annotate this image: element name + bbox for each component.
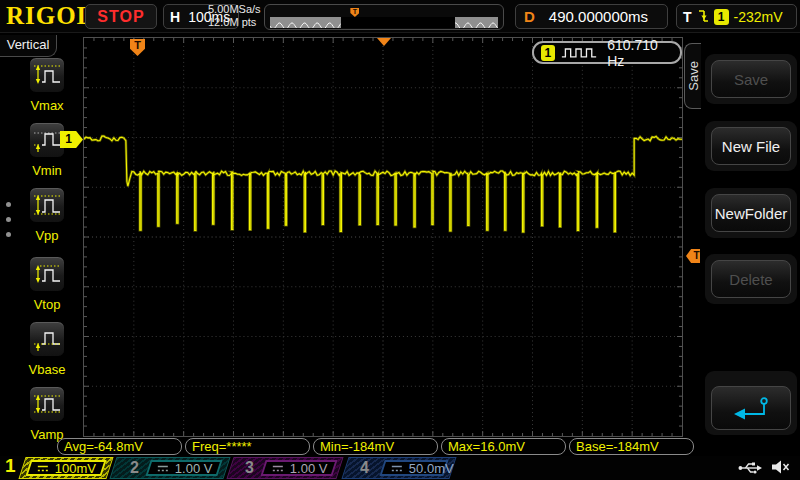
- ch2-scale: 1.00 V: [175, 461, 213, 476]
- vamp-icon: [32, 391, 62, 417]
- vmin-icon: [32, 127, 62, 153]
- measure-item-vtop[interactable]: [29, 256, 65, 292]
- system-status-icons: [738, 459, 790, 475]
- channel-3-status[interactable]: 3 1.00 V: [226, 457, 343, 479]
- measurement-freq: Freq=*****: [185, 438, 310, 455]
- freq-counter-channel-badge: 1: [541, 45, 555, 61]
- vmax-icon: [32, 62, 62, 88]
- measurement-max: Max=16.0mV: [441, 438, 566, 455]
- run-stop-status[interactable]: STOP: [85, 4, 157, 29]
- acquisition-info: 5.00MSa/s 12.0M pts: [208, 3, 268, 29]
- dc-coupling-icon: [272, 464, 284, 473]
- delay-value: 490.000000ms: [549, 8, 648, 25]
- top-status-bar: RIGOL STOP H 100ms 5.00MSa/s 12.0M pts T…: [0, 0, 800, 33]
- ch4-scale: 50.0mV: [409, 461, 454, 476]
- vtop-icon: [32, 261, 62, 287]
- vpp-icon: [32, 192, 62, 218]
- save-menu-panel: Save Save New File NewFolder Delete: [700, 33, 800, 456]
- dc-coupling-icon: [37, 464, 49, 473]
- brand-logo: RIGOL: [6, 2, 94, 30]
- trigger-label: T: [683, 9, 692, 25]
- trigger-delay-box[interactable]: D 490.000000ms: [515, 4, 668, 29]
- measurement-base: Base=-184mV: [569, 438, 694, 455]
- page-dot: [6, 217, 11, 222]
- preview-screen-window: [341, 17, 455, 28]
- ch2-scale-box: 1.00 V: [145, 460, 222, 476]
- memory-depth: 12.0M pts: [208, 16, 268, 29]
- measure-label-vmin: Vmin: [24, 163, 70, 178]
- new-file-button[interactable]: New File: [711, 127, 791, 165]
- measure-menu-title: Vertical: [0, 35, 57, 57]
- channel-1-status[interactable]: 100mV: [18, 457, 113, 479]
- ch2-number: 2: [130, 459, 139, 477]
- trigger-source-badge: 1: [714, 9, 729, 25]
- dc-coupling-icon: [391, 464, 403, 473]
- freq-counter-value: 610.710 Hz: [607, 37, 673, 69]
- measurement-min: Min=-184mV: [313, 438, 438, 455]
- measure-item-vbase[interactable]: [29, 321, 65, 357]
- trigger-level-value: -232mV: [734, 9, 783, 25]
- channel-4-status[interactable]: 4 50.0mV: [341, 457, 456, 479]
- return-arrow-icon: [731, 395, 771, 422]
- save-button[interactable]: Save: [711, 60, 791, 98]
- delay-label: D: [524, 8, 535, 25]
- preview-trigger-flag-icon: T: [350, 8, 359, 17]
- channel-2-status[interactable]: 2 1.00 V: [109, 457, 230, 479]
- ch1-scale: 100mV: [55, 461, 96, 476]
- measure-label-vbase: Vbase: [24, 362, 70, 377]
- vbase-icon: [32, 326, 62, 352]
- waveform-display-grid: [83, 37, 683, 437]
- page-dot: [6, 232, 11, 237]
- save-menu-tab-label: Save: [686, 61, 701, 91]
- dc-coupling-icon: [157, 464, 169, 473]
- measure-item-vpp[interactable]: [29, 187, 65, 223]
- trigger-status-box[interactable]: T 1 -232mV: [676, 4, 797, 29]
- oscilloscope-graticule: [84, 38, 682, 436]
- ch4-number: 4: [360, 459, 369, 477]
- measure-item-vmin[interactable]: [29, 122, 65, 158]
- sample-rate: 5.00MSa/s: [208, 3, 268, 16]
- frequency-counter: 1 610.710 Hz: [532, 41, 682, 64]
- measure-label-vmax: Vmax: [24, 98, 70, 113]
- measurement-avg: Avg=-64.8mV: [57, 438, 182, 455]
- measure-menu-panel: Vertical Vmax Vmin Vpp: [0, 33, 58, 456]
- ch3-scale-box: 1.00 V: [260, 460, 337, 476]
- ch1-scale-box: 100mV: [25, 460, 106, 476]
- ch3-number: 3: [245, 459, 254, 477]
- measure-label-vpp: Vpp: [24, 228, 70, 243]
- trigger-position-triangle-icon[interactable]: [377, 38, 391, 46]
- measure-item-vamp[interactable]: [29, 386, 65, 422]
- ch1-level-marker[interactable]: 1: [60, 131, 83, 148]
- ch4-scale-box: 50.0mV: [379, 460, 448, 476]
- ch1-number: 1: [5, 455, 16, 477]
- ch3-scale: 1.00 V: [290, 461, 328, 476]
- page-dot: [6, 202, 11, 207]
- delete-button[interactable]: Delete: [711, 260, 791, 298]
- channel-status-bar: 1 100mV 2 1.00 V 3: [0, 456, 800, 480]
- usb-icon: [738, 460, 762, 475]
- falling-edge-icon: [697, 8, 709, 25]
- new-folder-button[interactable]: NewFolder: [711, 194, 791, 232]
- measure-item-vmax[interactable]: [29, 57, 65, 93]
- square-wave-icon: [561, 45, 601, 60]
- waveform-position-preview[interactable]: T: [264, 4, 504, 30]
- speaker-muted-icon: [770, 459, 790, 475]
- measure-label-vtop: Vtop: [24, 297, 70, 312]
- h-label: H: [170, 9, 180, 25]
- preview-memory-bar: [270, 17, 498, 28]
- back-button[interactable]: [711, 386, 791, 430]
- save-menu-tab: Save: [684, 43, 701, 109]
